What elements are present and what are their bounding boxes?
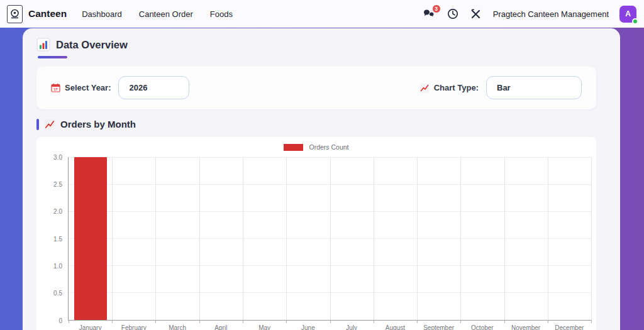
vertical-gridline [417, 157, 418, 320]
app-logo[interactable] [7, 5, 23, 23]
vertical-gridline [504, 157, 505, 320]
x-axis-tick [374, 320, 374, 323]
x-axis-tick [417, 320, 418, 323]
bar-january [74, 157, 107, 320]
x-axis: JanuaryFebruaryMarchAprilMayJuneJulyAugu… [69, 324, 591, 330]
online-status-dot [632, 18, 638, 25]
chart-type-filter-group: Chart Type: [419, 76, 582, 99]
chart-plot-area: 3.02.52.01.51.00.50 [42, 157, 591, 321]
x-axis-tick [330, 320, 331, 323]
y-tick-label: 1.0 [53, 262, 62, 269]
section-accent-bar [36, 119, 39, 130]
calendar-icon: 17 [51, 83, 60, 92]
year-filter-group: 17 Select Year: [51, 76, 189, 99]
x-tick-label: August [374, 324, 417, 330]
vertical-gridline [374, 157, 374, 320]
activities-button[interactable] [447, 8, 459, 20]
vertical-gridline [548, 157, 548, 320]
y-tick-label: 1.5 [53, 235, 62, 242]
x-tick-label: June [286, 324, 330, 330]
x-tick-label: November [504, 324, 548, 330]
brand-name[interactable]: Canteen [28, 8, 67, 19]
legend-swatch [284, 144, 303, 151]
x-tick-label: July [330, 324, 374, 330]
tools-icon [470, 9, 481, 19]
main-menu: Dashboard Canteen Order Foods [82, 9, 233, 19]
x-axis-tick [548, 320, 548, 323]
top-navbar: Canteen Dashboard Canteen Order Foods 3 [0, 0, 644, 28]
vertical-gridline [286, 157, 287, 320]
chart-type-input[interactable] [486, 76, 582, 99]
vertical-gridline [112, 157, 113, 320]
title-underline [38, 56, 67, 58]
x-tick-label: February [112, 324, 155, 330]
x-axis-tick [591, 320, 592, 323]
chart-legend[interactable]: Orders Count [42, 143, 591, 151]
x-tick-label: December [548, 324, 591, 330]
year-input[interactable] [118, 76, 189, 99]
messages-button[interactable]: 3 [423, 8, 436, 20]
plot-grid [68, 157, 591, 321]
x-axis-tick [286, 320, 287, 323]
vertical-gridline [199, 157, 200, 320]
x-axis-tick [460, 320, 461, 323]
messages-badge: 3 [432, 4, 441, 13]
vertical-gridline [155, 157, 156, 320]
x-tick-label: April [199, 324, 243, 330]
year-label: Select Year: [65, 83, 111, 92]
line-chart-icon [44, 119, 55, 130]
y-tick-label: 3.0 [53, 153, 62, 160]
y-tick-label: 0 [58, 317, 62, 324]
x-tick-label: September [417, 324, 460, 330]
nav-item-canteen-order[interactable]: Canteen Order [139, 9, 193, 19]
bar-chart-icon [36, 38, 50, 52]
x-tick-label: March [156, 324, 199, 330]
y-tick-label: 2.5 [53, 180, 62, 187]
x-axis-tick [155, 320, 156, 323]
x-axis-tick [199, 320, 200, 323]
main-content-panel: Data Overview 17 Select Year: Chart Type… [23, 28, 620, 330]
x-tick-label: January [69, 324, 112, 330]
user-avatar[interactable]: A [619, 6, 636, 23]
nav-item-dashboard[interactable]: Dashboard [82, 9, 122, 19]
chart-type-label: Chart Type: [434, 83, 479, 92]
filters-card: 17 Select Year: Chart Type: [36, 67, 596, 109]
vertical-gridline [460, 157, 461, 320]
x-axis-tick [69, 320, 69, 323]
y-axis: 3.02.52.01.51.00.50 [42, 157, 68, 321]
avatar-letter: A [625, 9, 631, 18]
svg-text:17: 17 [53, 87, 58, 91]
vertical-gridline [243, 157, 243, 320]
x-axis-tick [112, 320, 113, 323]
company-menu[interactable]: Pragtech Canteen Management [493, 9, 609, 19]
section-title: Orders by Month [60, 119, 136, 129]
logo-icon [10, 9, 19, 19]
y-tick-label: 2.0 [53, 208, 62, 215]
nav-item-foods[interactable]: Foods [210, 9, 233, 19]
x-axis-tick [243, 320, 243, 323]
line-chart-icon [419, 83, 430, 93]
x-tick-label: October [460, 324, 504, 330]
x-tick-label: May [243, 324, 286, 330]
vertical-gridline [330, 157, 331, 320]
vertical-gridline [591, 157, 592, 320]
x-axis-tick [504, 320, 505, 323]
page-title: Data Overview [56, 39, 128, 51]
y-tick-label: 0.5 [53, 290, 62, 297]
clock-icon [447, 8, 458, 19]
tools-button[interactable] [470, 8, 482, 20]
orders-chart-card: Orders Count 3.02.52.01.51.00.50 January… [36, 137, 596, 330]
legend-label: Orders Count [309, 143, 348, 151]
